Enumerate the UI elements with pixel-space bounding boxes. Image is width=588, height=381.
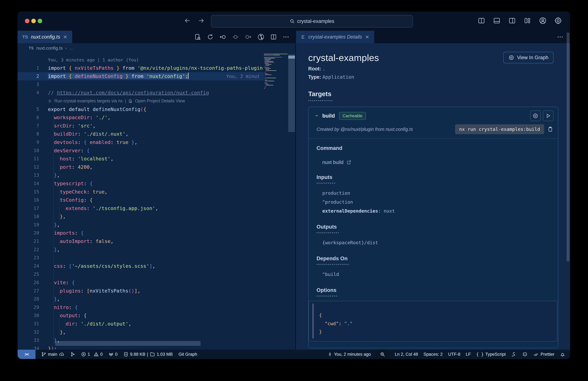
open-changes-icon[interactable] — [194, 33, 201, 41]
code-row[interactable]: 26vite: { — [18, 278, 264, 287]
code-row[interactable]: 3 — [18, 80, 264, 89]
ports-item[interactable]: 0 — [108, 352, 118, 357]
eslint-icon[interactable] — [511, 352, 517, 357]
vertical-scrollbar[interactable] — [288, 53, 295, 350]
code-row[interactable]: 5export default defineNuxtConfig({ — [18, 105, 264, 113]
toggle-primary-sidebar-icon[interactable] — [476, 15, 487, 26]
collapse-chevron-icon[interactable] — [314, 113, 319, 118]
indentation-item[interactable]: Spaces: 2 — [423, 352, 442, 357]
breadcrumb-more[interactable]: ... — [69, 45, 73, 51]
code-row[interactable]: 25 — [18, 270, 264, 278]
code-row[interactable]: 24css: ['~/assets/css/styles.scss'], — [18, 262, 264, 270]
language-item[interactable]: { } TypeScript — [476, 352, 506, 357]
code-row[interactable]: 19}, — [18, 221, 264, 229]
copy-command-icon[interactable] — [547, 126, 553, 133]
maximize-window-button[interactable] — [38, 19, 42, 23]
code-row[interactable]: 27plugins: [nxViteTsPaths()], — [18, 287, 264, 295]
code-row[interactable]: 2import { defineNuxtConfig } from 'nuxt/… — [18, 72, 264, 80]
code-row[interactable]: 7srcDir: 'src', — [18, 122, 264, 130]
close-tab-icon[interactable] — [365, 35, 369, 39]
code-editor[interactable]: You, 3 minutes ago | 1 author (You)1impo… — [18, 53, 295, 350]
panel-scrollbar[interactable] — [567, 33, 569, 261]
code-row[interactable]: 10devServer: { — [18, 147, 264, 155]
code-row[interactable]: 31dir: './dist/.output', — [18, 320, 264, 328]
code-row[interactable]: 15typeCheck: true, — [18, 188, 264, 196]
code-row[interactable]: 9devtools: { enabled: true }, — [18, 138, 264, 147]
publish-cloud-icon[interactable] — [59, 352, 64, 357]
scrollbar-thumb[interactable] — [288, 54, 295, 132]
split-editor-icon[interactable] — [270, 33, 277, 41]
blame-row[interactable]: You, 3 minutes ago | 1 author (You) — [18, 56, 264, 64]
notifications-bell-icon[interactable] — [560, 352, 565, 357]
navigate-back-icon[interactable] — [184, 17, 191, 24]
code-row[interactable]: 22}, — [18, 246, 264, 254]
line-number: 2 — [18, 72, 39, 80]
external-link-icon[interactable] — [346, 160, 352, 165]
close-tab-icon[interactable] — [63, 35, 67, 39]
more-actions-icon[interactable] — [282, 33, 290, 41]
run-target-button[interactable] — [543, 111, 553, 121]
tab-project-details[interactable]: crystal-examples Details — [296, 31, 374, 43]
more-actions-icon[interactable] — [557, 31, 564, 43]
code-row[interactable]: 6workspaceDir: './', — [18, 113, 264, 122]
code-row[interactable]: 20imports: { — [18, 229, 264, 237]
commit-graph-icon[interactable] — [257, 33, 265, 41]
git-graph-button[interactable]: Git Graph — [178, 352, 197, 357]
code-row[interactable]: 17extends: './tsconfig.app.json', — [18, 204, 264, 213]
minimize-window-button[interactable] — [31, 19, 36, 23]
git-graph-status-icon[interactable] — [70, 352, 75, 357]
horizontal-scrollbar[interactable] — [55, 341, 201, 346]
code-row[interactable]: 32}, — [18, 328, 264, 336]
target-name[interactable]: build — [322, 113, 335, 119]
toggle-panel-icon[interactable] — [491, 15, 502, 26]
toggle-secondary-sidebar-icon[interactable] — [507, 15, 517, 26]
code-row[interactable]: 13}, — [18, 171, 264, 179]
code-row[interactable]: 30output: { — [18, 312, 264, 320]
blame-status-item[interactable]: You, 2 minutes ago — [327, 352, 371, 357]
customize-layout-icon[interactable] — [522, 15, 533, 26]
cursor-position-item[interactable]: Ln 2, Col 48 — [395, 352, 418, 357]
code-row[interactable]: 18}, — [18, 212, 264, 221]
refresh-icon[interactable] — [207, 33, 214, 41]
minimap[interactable] — [264, 54, 288, 102]
tab-nuxt-config[interactable]: TS nuxt.config.ts — [18, 31, 72, 43]
problems-item[interactable]: 1 0 — [81, 352, 103, 357]
options-json-editor[interactable]: { "cwd": "." } — [309, 301, 557, 341]
close-window-button[interactable] — [25, 19, 29, 23]
remote-indicator[interactable]: >< — [18, 350, 36, 359]
zoom-status-segment[interactable] — [376, 350, 389, 359]
breadcrumb-file[interactable]: nuxt.config.ts — [36, 45, 63, 51]
code-row[interactable]: 16tsConfig: { — [18, 196, 264, 204]
copilot-icon[interactable] — [522, 351, 528, 357]
code-row[interactable]: 23 — [18, 254, 264, 262]
view-in-graph-button[interactable]: View In Graph — [503, 52, 553, 63]
prettier-item[interactable]: Prettier — [533, 351, 554, 357]
code-row[interactable]: 14typescript: { — [18, 179, 264, 188]
codelens-row[interactable]: Run crystal-examples targets via nx|Open… — [18, 97, 264, 105]
codelens[interactable]: Run crystal-examples targets via nx|Open… — [48, 97, 185, 105]
code-row[interactable]: 1import { nxViteTsPaths } from '@nx/vite… — [18, 64, 264, 72]
command-center-search[interactable]: crystal-examples — [211, 15, 413, 27]
options-scrollbar[interactable] — [312, 303, 314, 339]
git-branch-item[interactable]: main — [41, 352, 64, 357]
code-row[interactable]: 12port: 4200, — [18, 163, 264, 171]
run-command-chip[interactable]: nx run crystal-examples:build — [455, 124, 544, 134]
code-row[interactable]: 11host: 'localhost', — [18, 155, 264, 163]
eol-item[interactable]: LF — [466, 352, 471, 357]
code-row[interactable]: 21autoImport: false, — [18, 237, 264, 246]
current-change-icon[interactable] — [232, 33, 239, 41]
code-row[interactable]: 8buildDir: './dist/.nuxt', — [18, 130, 264, 138]
encoding-item[interactable]: UTF-8 — [448, 352, 460, 357]
settings-gear-icon[interactable] — [553, 15, 563, 26]
code-row[interactable]: 29nitro: { — [18, 303, 264, 312]
navigate-forward-icon[interactable] — [197, 17, 205, 24]
command-value-row[interactable]: nuxt build — [309, 159, 558, 165]
view-target-in-graph-button[interactable] — [530, 111, 541, 121]
code-row[interactable]: 28}, — [18, 295, 264, 303]
file-size-item[interactable]: 9.88 KB | 1.03 MB — [123, 352, 173, 357]
previous-change-icon[interactable] — [219, 33, 227, 41]
account-icon[interactable] — [538, 15, 548, 26]
next-change-icon[interactable] — [245, 33, 252, 41]
code-row[interactable]: 4// https://nuxt.com/docs/api/configurat… — [18, 89, 264, 97]
breadcrumb[interactable]: TS nuxt.config.ts › ... — [18, 43, 295, 53]
